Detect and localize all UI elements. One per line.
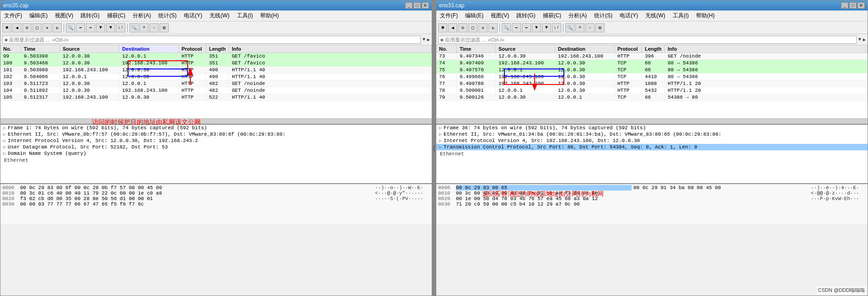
close-button[interactable]: ✕ <box>422 2 429 9</box>
menu-help-left[interactable]: 帮助(H) <box>258 11 281 20</box>
menu-wireless-right[interactable]: 无线(W) <box>643 11 667 20</box>
toolbar-btn-14[interactable]: + <box>139 23 149 32</box>
menu-file-left[interactable]: 文件(F) <box>2 11 24 20</box>
left-scroll-h[interactable] <box>0 118 432 124</box>
toolbar-btn-2[interactable]: ◀ <box>12 23 21 32</box>
menu-view-right[interactable]: 视图(V) <box>489 11 511 20</box>
right-scroll-h[interactable] <box>436 118 868 124</box>
detail-row-3-right[interactable]: ▷ Internet Protocol Version 4, Src: 192.… <box>436 137 868 144</box>
table-row[interactable]: 99 9.503398 12.0.0.30 12.0.0.1 HTTP 351 … <box>0 53 432 60</box>
detail-text-2-right: Ethernet II, Src: VMware_01:34:ba (00:0c… <box>444 132 721 137</box>
menu-phone-left[interactable]: 电话(Y) <box>182 11 204 20</box>
detail-text-3-right: Internet Protocol Version 4, Src: 192.16… <box>444 138 640 143</box>
cell-no: 104 <box>0 87 21 94</box>
toolbar-btn-3[interactable]: ⊙ <box>22 23 32 32</box>
toolbar-btn-10[interactable]: ▼ <box>96 23 105 32</box>
menu-wireless-left[interactable]: 无线(W) <box>208 11 231 20</box>
toolbar-btn-13[interactable]: 🔍 <box>129 23 139 32</box>
menu-view-left[interactable]: 视图(V) <box>53 11 75 20</box>
toolbar-btn-8[interactable]: ⬅ <box>76 23 85 32</box>
toolbar-btn-11[interactable]: ▼ <box>106 23 115 32</box>
table-row[interactable]: 101 9.503988 192.168.243.100 12.0.0.30 H… <box>0 67 432 74</box>
menu-phone-right[interactable]: 电话(Y) <box>618 11 640 20</box>
window-divider[interactable]: ⋮ <box>432 0 436 296</box>
detail-row-3-left[interactable]: ▷ Internet Protocol Version 4, Src: 12.0… <box>0 137 432 144</box>
right-packet-table: No. Time Source Destination Protocol Len… <box>436 45 868 118</box>
r-toolbar-btn-13[interactable]: 🔍 <box>565 23 574 32</box>
toolbar-btn-5[interactable]: ✕ <box>43 23 52 32</box>
r-toolbar-btn-2[interactable]: ◀ <box>448 23 457 32</box>
toolbar-btn-7[interactable]: 🔍 <box>66 23 75 32</box>
toolbar-btn-1[interactable]: ■ <box>2 23 11 32</box>
r-toolbar-btn-10[interactable]: ▼ <box>532 23 541 32</box>
toolbar-btn-12[interactable]: ↓↑ <box>116 23 125 32</box>
menu-tools-right[interactable]: 工具(I) <box>671 11 691 20</box>
r-separator-1 <box>499 24 500 32</box>
menu-tools-left[interactable]: 工具(I) <box>235 11 255 20</box>
menu-capture-left[interactable]: 捕获(C) <box>105 11 128 20</box>
left-packet-details: ▷ Frame 1: 74 bytes on wire (592 bits), … <box>0 124 432 183</box>
menu-analyze-left[interactable]: 分析(A) <box>131 11 153 20</box>
r-toolbar-btn-7[interactable]: 🔍 <box>502 23 511 32</box>
table-row[interactable]: 105 9.512317 192.168.243.100 12.0.0.30 H… <box>0 94 432 101</box>
detail-row-1-right[interactable]: ▷ Frame 36: 74 bytes on wire (592 bits),… <box>436 125 868 131</box>
table-row[interactable]: 79 9.500126 12.0.0.30 12.0.0.1 TCP 66 54… <box>436 94 868 101</box>
detail-row-5-left[interactable]: ▷ Domain Name System (query) <box>0 150 432 157</box>
r-toolbar-btn-3[interactable]: ⊙ <box>458 23 467 32</box>
table-row[interactable]: 78 9.500001 12.0.0.1 12.0.0.30 HTTP 5432… <box>436 87 868 94</box>
right-filter-input[interactable] <box>438 36 857 44</box>
r-toolbar-btn-16[interactable]: ⊞ <box>595 23 605 32</box>
menu-capture-right[interactable]: 捕获(C) <box>541 11 563 20</box>
menu-edit-left[interactable]: 编辑(E) <box>27 11 49 20</box>
detail-row-4-left[interactable]: ▷ User Datagram Protocol, Src Port: 5218… <box>0 144 432 150</box>
r-toolbar-btn-8[interactable]: ⬅ <box>512 23 521 32</box>
menu-jump-left[interactable]: 跳转(G) <box>79 11 101 20</box>
r-toolbar-btn-6[interactable]: ↻ <box>488 23 498 32</box>
r-toolbar-btn-15[interactable]: - <box>585 23 595 32</box>
menu-analyze-right[interactable]: 分析(A) <box>567 11 589 20</box>
menu-jump-right[interactable]: 跳转(G) <box>514 11 537 20</box>
table-row[interactable]: 75 9.497570 12.0.0.1 12.0.0.30 TCP 66 80… <box>436 67 868 74</box>
r-toolbar-btn-4[interactable]: ▢ <box>468 23 477 32</box>
toolbar-btn-6[interactable]: ↻ <box>53 23 62 32</box>
cell-info: 54386 → 80 <box>665 94 868 100</box>
r-toolbar-btn-12[interactable]: ↓↑ <box>552 23 561 32</box>
table-row[interactable]: 77 9.499788 192.168.243.100 12.0.0.30 HT… <box>436 80 868 87</box>
toolbar-btn-15[interactable]: - <box>150 23 159 32</box>
table-row[interactable]: 103 9.511723 12.0.0.30 12.0.0.1 HTTP 482… <box>0 80 432 87</box>
right-maximize-button[interactable]: □ <box>849 2 857 9</box>
cell-info: 80 → 54386 <box>665 74 868 80</box>
r-toolbar-btn-1[interactable]: ■ <box>438 23 447 32</box>
menu-help-right[interactable]: 帮助(H) <box>694 11 717 20</box>
toolbar-btn-4[interactable]: ▢ <box>32 23 42 32</box>
r-toolbar-btn-11[interactable]: ▼ <box>542 23 551 32</box>
toolbar-btn-9[interactable]: ➡ <box>86 23 95 32</box>
r-toolbar-btn-9[interactable]: ➡ <box>522 23 531 32</box>
right-table-header: No. Time Source Destination Protocol Len… <box>436 45 868 53</box>
table-row[interactable]: 74 9.497409 192.168.243.100 12.0.0.30 TC… <box>436 60 868 67</box>
cell-info: GET /favico <box>229 53 432 59</box>
minimize-button[interactable]: _ <box>405 2 413 9</box>
detail-row-2-right[interactable]: ▷ Ethernet II, Src: VMware_01:34:ba (00:… <box>436 131 868 137</box>
table-row[interactable]: 73 9.497346 12.0.0.30 192.168.243.100 HT… <box>436 53 868 60</box>
cell-info: HTTP/1.1 40 <box>229 74 432 80</box>
r-toolbar-btn-5[interactable]: ✕ <box>478 23 488 32</box>
r-toolbar-btn-14[interactable]: + <box>575 23 584 32</box>
table-row[interactable]: 100 9.503468 12.0.0.30 192.168.243.100 H… <box>0 60 432 67</box>
detail-row-1-left[interactable]: ▷ Frame 1: 74 bytes on wire (592 bits), … <box>0 125 432 131</box>
table-row[interactable]: 102 9.504006 12.0.0.1 12.0.0.30 HTTP 490… <box>0 74 432 80</box>
left-filter-input[interactable] <box>2 36 421 44</box>
right-minimize-button[interactable]: _ <box>841 2 848 9</box>
menu-stats-right[interactable]: 统计(S) <box>592 11 614 20</box>
table-row[interactable]: 104 9.511892 12.0.0.30 192.168.243.100 H… <box>0 87 432 94</box>
table-row[interactable]: 76 9.499666 192.168.243.100 12.0.0.30 TC… <box>436 74 868 80</box>
menu-stats-left[interactable]: 统计(S) <box>156 11 178 20</box>
cell-len: 4410 <box>642 74 665 80</box>
menu-edit-right[interactable]: 编辑(E) <box>463 11 485 20</box>
detail-row-4-right[interactable]: ▷ Transmission Control Protocol, Src Por… <box>436 144 868 150</box>
toolbar-btn-16[interactable]: ⊞ <box>160 23 169 32</box>
menu-file-right[interactable]: 文件(F) <box>438 11 460 20</box>
maximize-button[interactable]: □ <box>413 2 421 9</box>
detail-row-2-left[interactable]: ▷ Ethernet II, Src: VMware_0b:f7:57 (00:… <box>0 131 432 137</box>
right-close-button[interactable]: ✕ <box>857 2 865 9</box>
